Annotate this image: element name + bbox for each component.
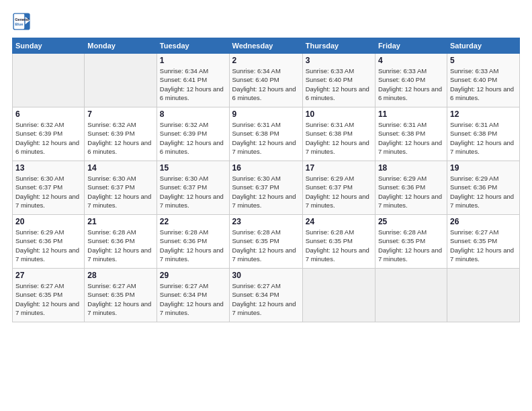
- calendar-cell: 23Sunrise: 6:28 AMSunset: 6:35 PMDayligh…: [229, 215, 302, 269]
- calendar-cell: 26Sunrise: 6:27 AMSunset: 6:35 PMDayligh…: [447, 215, 519, 269]
- calendar-cell: 18Sunrise: 6:29 AMSunset: 6:36 PMDayligh…: [375, 161, 447, 215]
- day-number: 7: [87, 109, 153, 119]
- calendar-week-row: 27Sunrise: 6:27 AMSunset: 6:35 PMDayligh…: [13, 269, 520, 322]
- day-number: 6: [15, 109, 81, 119]
- day-info: Sunrise: 6:34 AMSunset: 6:41 PMDaylight:…: [160, 66, 226, 102]
- day-info: Sunrise: 6:33 AMSunset: 6:40 PMDaylight:…: [450, 66, 517, 102]
- day-info: Sunrise: 6:32 AMSunset: 6:39 PMDaylight:…: [87, 120, 153, 156]
- calendar-cell: 5Sunrise: 6:33 AMSunset: 6:40 PMDaylight…: [447, 54, 519, 107]
- day-info: Sunrise: 6:28 AMSunset: 6:36 PMDaylight:…: [87, 228, 153, 263]
- day-number: 19: [450, 163, 517, 173]
- day-number: 18: [378, 163, 444, 173]
- calendar-cell: 8Sunrise: 6:32 AMSunset: 6:39 PMDaylight…: [157, 107, 229, 161]
- day-info: Sunrise: 6:30 AMSunset: 6:37 PMDaylight:…: [15, 174, 81, 210]
- calendar-cell: 1Sunrise: 6:34 AMSunset: 6:41 PMDaylight…: [157, 54, 229, 107]
- header-friday: Friday: [375, 38, 447, 54]
- calendar-cell: 9Sunrise: 6:31 AMSunset: 6:38 PMDaylight…: [229, 107, 302, 161]
- calendar-cell: 2Sunrise: 6:34 AMSunset: 6:40 PMDaylight…: [229, 54, 302, 107]
- calendar-cell: [13, 54, 85, 107]
- calendar-cell: 15Sunrise: 6:30 AMSunset: 6:37 PMDayligh…: [157, 161, 229, 215]
- day-number: 23: [232, 217, 300, 226]
- calendar-cell: 25Sunrise: 6:28 AMSunset: 6:35 PMDayligh…: [375, 215, 447, 269]
- day-number: 30: [232, 271, 300, 280]
- svg-text:Blue: Blue: [15, 22, 23, 26]
- calendar-cell: 27Sunrise: 6:27 AMSunset: 6:35 PMDayligh…: [13, 269, 85, 322]
- day-number: 5: [450, 56, 517, 65]
- day-info: Sunrise: 6:29 AMSunset: 6:36 PMDaylight:…: [15, 228, 81, 263]
- day-number: 14: [87, 163, 153, 173]
- calendar-cell: 24Sunrise: 6:28 AMSunset: 6:35 PMDayligh…: [302, 215, 375, 269]
- page: General Blue SundayMondayTuesdayWednesda…: [0, 0, 532, 411]
- day-number: 22: [160, 217, 226, 226]
- calendar-header-row: SundayMondayTuesdayWednesdayThursdayFrid…: [13, 38, 520, 54]
- day-info: Sunrise: 6:27 AMSunset: 6:34 PMDaylight:…: [160, 281, 226, 317]
- day-number: 16: [232, 163, 300, 173]
- day-number: 9: [232, 109, 300, 119]
- day-info: Sunrise: 6:27 AMSunset: 6:35 PMDaylight:…: [87, 281, 153, 317]
- header: General Blue: [12, 12, 520, 31]
- calendar-cell: 30Sunrise: 6:27 AMSunset: 6:34 PMDayligh…: [229, 269, 302, 322]
- logo: General Blue: [12, 12, 34, 31]
- day-number: 2: [232, 56, 300, 65]
- header-saturday: Saturday: [447, 38, 519, 54]
- day-number: 17: [306, 163, 372, 173]
- day-info: Sunrise: 6:28 AMSunset: 6:35 PMDaylight:…: [306, 228, 372, 263]
- calendar-cell: 20Sunrise: 6:29 AMSunset: 6:36 PMDayligh…: [13, 215, 85, 269]
- day-info: Sunrise: 6:29 AMSunset: 6:36 PMDaylight:…: [378, 174, 444, 210]
- calendar-cell: 6Sunrise: 6:32 AMSunset: 6:39 PMDaylight…: [13, 107, 85, 161]
- day-info: Sunrise: 6:28 AMSunset: 6:36 PMDaylight:…: [160, 228, 226, 263]
- day-number: 1: [160, 56, 226, 65]
- calendar-cell: 14Sunrise: 6:30 AMSunset: 6:37 PMDayligh…: [85, 161, 157, 215]
- calendar-cell: 28Sunrise: 6:27 AMSunset: 6:35 PMDayligh…: [85, 269, 157, 322]
- day-number: 29: [160, 271, 226, 280]
- day-number: 21: [87, 217, 153, 226]
- calendar-week-row: 20Sunrise: 6:29 AMSunset: 6:36 PMDayligh…: [13, 215, 520, 269]
- calendar-cell: 12Sunrise: 6:31 AMSunset: 6:38 PMDayligh…: [447, 107, 519, 161]
- day-info: Sunrise: 6:34 AMSunset: 6:40 PMDaylight:…: [232, 66, 300, 102]
- calendar-cell: 19Sunrise: 6:29 AMSunset: 6:36 PMDayligh…: [447, 161, 519, 215]
- header-wednesday: Wednesday: [229, 38, 302, 54]
- day-info: Sunrise: 6:30 AMSunset: 6:37 PMDaylight:…: [160, 174, 226, 210]
- calendar-cell: 4Sunrise: 6:33 AMSunset: 6:40 PMDaylight…: [375, 54, 447, 107]
- day-number: 20: [15, 217, 81, 226]
- day-info: Sunrise: 6:27 AMSunset: 6:35 PMDaylight:…: [15, 281, 81, 317]
- day-info: Sunrise: 6:28 AMSunset: 6:35 PMDaylight:…: [232, 228, 300, 263]
- day-info: Sunrise: 6:27 AMSunset: 6:34 PMDaylight:…: [232, 281, 300, 317]
- day-info: Sunrise: 6:31 AMSunset: 6:38 PMDaylight:…: [450, 120, 517, 156]
- calendar-cell: 7Sunrise: 6:32 AMSunset: 6:39 PMDaylight…: [85, 107, 157, 161]
- calendar-cell: 10Sunrise: 6:31 AMSunset: 6:38 PMDayligh…: [302, 107, 375, 161]
- day-number: 15: [160, 163, 226, 173]
- calendar-cell: 17Sunrise: 6:29 AMSunset: 6:37 PMDayligh…: [302, 161, 375, 215]
- calendar-cell: 29Sunrise: 6:27 AMSunset: 6:34 PMDayligh…: [157, 269, 229, 322]
- calendar-cell: 21Sunrise: 6:28 AMSunset: 6:36 PMDayligh…: [85, 215, 157, 269]
- day-number: 24: [306, 217, 372, 226]
- day-number: 25: [378, 217, 444, 226]
- header-tuesday: Tuesday: [157, 38, 229, 54]
- calendar-week-row: 1Sunrise: 6:34 AMSunset: 6:41 PMDaylight…: [13, 54, 520, 107]
- calendar-week-row: 13Sunrise: 6:30 AMSunset: 6:37 PMDayligh…: [13, 161, 520, 215]
- day-info: Sunrise: 6:32 AMSunset: 6:39 PMDaylight:…: [160, 120, 226, 156]
- day-number: 11: [378, 109, 444, 119]
- calendar-cell: 13Sunrise: 6:30 AMSunset: 6:37 PMDayligh…: [13, 161, 85, 215]
- day-info: Sunrise: 6:28 AMSunset: 6:35 PMDaylight:…: [378, 228, 444, 263]
- day-number: 3: [306, 56, 372, 65]
- calendar-cell: 3Sunrise: 6:33 AMSunset: 6:40 PMDaylight…: [302, 54, 375, 107]
- day-number: 26: [450, 217, 517, 226]
- header-sunday: Sunday: [13, 38, 85, 54]
- header-monday: Monday: [85, 38, 157, 54]
- day-number: 12: [450, 109, 517, 119]
- day-info: Sunrise: 6:30 AMSunset: 6:37 PMDaylight:…: [87, 174, 153, 210]
- calendar-table: SundayMondayTuesdayWednesdayThursdayFrid…: [12, 38, 520, 322]
- header-thursday: Thursday: [302, 38, 375, 54]
- logo-icon: General Blue: [12, 12, 31, 31]
- day-number: 28: [87, 271, 153, 280]
- day-info: Sunrise: 6:31 AMSunset: 6:38 PMDaylight:…: [378, 120, 444, 156]
- calendar-cell: [302, 269, 375, 322]
- calendar-cell: 22Sunrise: 6:28 AMSunset: 6:36 PMDayligh…: [157, 215, 229, 269]
- calendar-cell: [85, 54, 157, 107]
- day-info: Sunrise: 6:29 AMSunset: 6:37 PMDaylight:…: [306, 174, 372, 210]
- day-info: Sunrise: 6:31 AMSunset: 6:38 PMDaylight:…: [232, 120, 300, 156]
- calendar-week-row: 6Sunrise: 6:32 AMSunset: 6:39 PMDaylight…: [13, 107, 520, 161]
- calendar-cell: 16Sunrise: 6:30 AMSunset: 6:37 PMDayligh…: [229, 161, 302, 215]
- calendar-cell: 11Sunrise: 6:31 AMSunset: 6:38 PMDayligh…: [375, 107, 447, 161]
